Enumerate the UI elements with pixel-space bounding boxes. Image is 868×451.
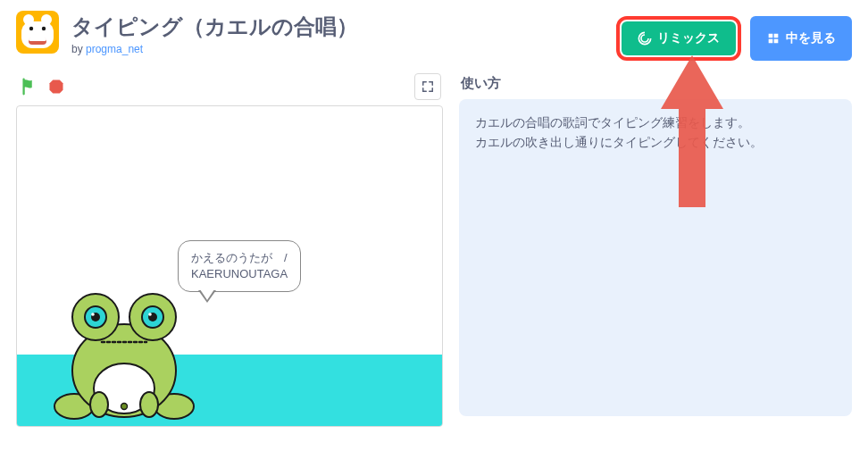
remix-button[interactable]: リミックス bbox=[622, 21, 736, 55]
green-flag-button[interactable] bbox=[18, 75, 41, 98]
svg-point-4 bbox=[42, 27, 46, 30]
stop-icon bbox=[48, 79, 64, 95]
svg-marker-7 bbox=[50, 80, 63, 94]
speech-line-2: KAERUNOUTAGA bbox=[191, 266, 288, 282]
fullscreen-icon bbox=[421, 80, 434, 93]
speech-bubble: かえるのうたが / KAERUNOUTAGA bbox=[178, 240, 301, 292]
svg-point-17 bbox=[91, 313, 95, 316]
svg-point-20 bbox=[148, 313, 152, 316]
see-inside-icon bbox=[766, 31, 780, 46]
remix-icon bbox=[638, 31, 652, 46]
instructions-heading: 使い方 bbox=[459, 68, 852, 99]
remix-label: リミックス bbox=[657, 30, 720, 46]
svg-rect-6 bbox=[29, 38, 46, 41]
speech-line-1: かえるのうたが / bbox=[191, 250, 288, 266]
project-title: タイピング（カエルの合唱） bbox=[71, 13, 616, 41]
byline: by progma_net bbox=[71, 43, 616, 55]
remix-highlight-annotation: リミックス bbox=[616, 16, 741, 61]
see-inside-button[interactable]: 中を見る bbox=[750, 16, 852, 61]
svg-point-3 bbox=[29, 27, 33, 30]
see-inside-label: 中を見る bbox=[786, 30, 836, 46]
svg-point-22 bbox=[140, 392, 158, 417]
stage[interactable]: かえるのうたが / KAERUNOUTAGA bbox=[16, 105, 443, 427]
frog-sprite bbox=[53, 272, 196, 424]
stop-button[interactable] bbox=[46, 77, 66, 96]
fullscreen-button[interactable] bbox=[414, 73, 441, 100]
project-thumbnail bbox=[16, 11, 59, 54]
instructions-line-1: カエルの合唱の歌詞でタイピング練習をします。 bbox=[475, 113, 836, 133]
svg-point-21 bbox=[90, 392, 108, 417]
author-link[interactable]: progma_net bbox=[86, 43, 143, 55]
instructions-box: カエルの合唱の歌詞でタイピング練習をします。 カエルの吹き出し通りにタイピングし… bbox=[459, 99, 852, 416]
instructions-line-2: カエルの吹き出し通りにタイピングしてください。 bbox=[475, 133, 836, 153]
green-flag-icon bbox=[20, 77, 39, 96]
svg-point-12 bbox=[121, 404, 128, 410]
